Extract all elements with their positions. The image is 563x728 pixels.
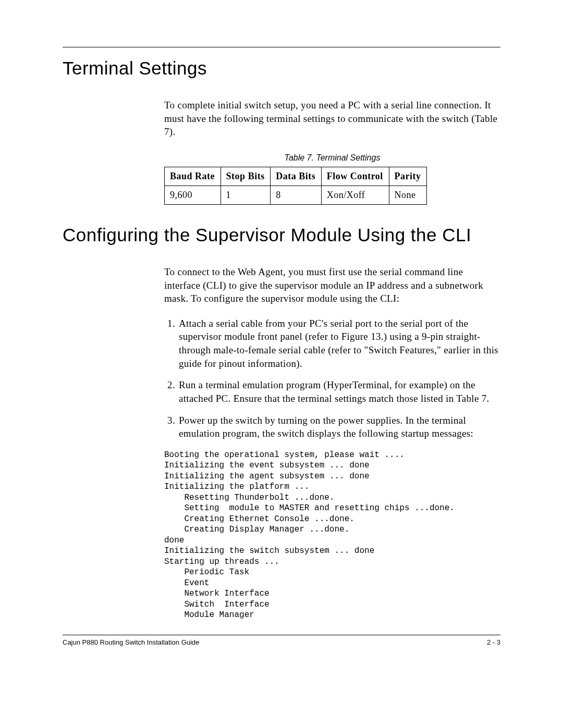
page: Terminal Settings To complete initial sw… xyxy=(0,0,563,667)
td-parity: None xyxy=(389,186,426,204)
td-stop: 1 xyxy=(221,186,271,204)
th-parity: Parity xyxy=(389,167,426,186)
th-stop: Stop Bits xyxy=(221,167,271,186)
terminal-settings-table: Baud Rate Stop Bits Data Bits Flow Contr… xyxy=(164,167,427,205)
section-cli-body: To connect to the Web Agent, you must fi… xyxy=(164,265,500,621)
footer-guide-title: Cajun P880 Routing Switch Installation G… xyxy=(63,638,199,646)
th-baud: Baud Rate xyxy=(165,167,221,186)
heading-configuring-cli: Configuring the Supervisor Module Using … xyxy=(63,225,500,245)
terminal-intro: To complete initial switch setup, you ne… xyxy=(164,98,500,139)
td-baud: 9,600 xyxy=(165,186,221,204)
td-data: 8 xyxy=(271,186,322,204)
list-item: Run a terminal emulation program (HyperT… xyxy=(178,378,500,405)
th-flow: Flow Control xyxy=(321,167,389,186)
footer-page-number: 2 - 3 xyxy=(487,638,500,646)
td-flow: Xon/Xoff xyxy=(321,186,389,204)
th-data: Data Bits xyxy=(271,167,322,186)
list-item: Power up the switch by turning on the po… xyxy=(178,414,500,440)
cli-steps: Attach a serial cable from your PC's ser… xyxy=(164,317,500,440)
section-terminal-body: To complete initial switch setup, you ne… xyxy=(164,98,500,205)
footer: Cajun P880 Routing Switch Installation G… xyxy=(63,638,500,646)
table-header-row: Baud Rate Stop Bits Data Bits Flow Contr… xyxy=(165,167,427,186)
table-row: 9,600 1 8 Xon/Xoff None xyxy=(165,186,427,204)
top-rule xyxy=(63,47,500,47)
startup-messages-code: Booting the operational system, please w… xyxy=(164,450,500,621)
footer-rule xyxy=(63,635,500,635)
heading-terminal-settings: Terminal Settings xyxy=(63,58,500,79)
cli-intro: To connect to the Web Agent, you must fi… xyxy=(164,265,500,305)
list-item: Attach a serial cable from your PC's ser… xyxy=(178,317,500,371)
table-caption: Table 7. Terminal Settings xyxy=(164,153,500,163)
